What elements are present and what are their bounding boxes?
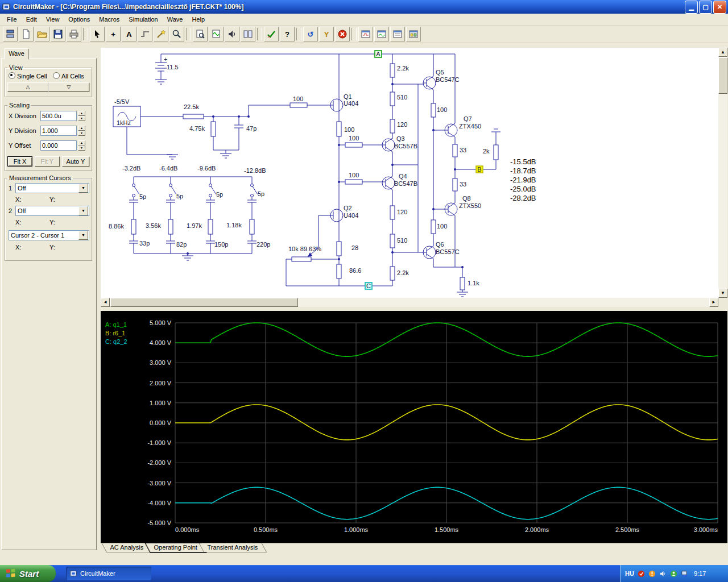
- analysis-tabs: AC AnalysisOperating PointTransient Anal…: [101, 543, 727, 552]
- menu-file[interactable]: File: [2, 15, 22, 24]
- probe-y-button[interactable]: Y: [319, 27, 334, 41]
- text-tool-button[interactable]: A: [122, 27, 136, 41]
- net-marker-C[interactable]: C: [365, 282, 372, 289]
- net-marker-A[interactable]: A: [375, 51, 382, 57]
- update-icon[interactable]: [648, 570, 656, 577]
- chevron-down-icon[interactable]: ▼: [78, 206, 88, 215]
- scroll-down-icon[interactable]: ▼: [718, 289, 727, 298]
- cursor-diff-select[interactable]: Cursor 2 - Cursor 1▼: [9, 230, 89, 240]
- fit-y-button[interactable]: Fit Y: [35, 156, 60, 167]
- plot-window-1-button[interactable]: [358, 27, 373, 41]
- schematic-canvas[interactable]: +11.5-5/5V1kHz22.5k4.75k47p100Q1U4041001…: [101, 48, 718, 298]
- chevron-down-icon[interactable]: ▼: [78, 184, 88, 193]
- radio-single-cell[interactable]: Single Cell: [9, 72, 47, 80]
- analysis-tab-ac-analysis[interactable]: AC Analysis: [102, 543, 152, 552]
- y-offset-input[interactable]: [40, 140, 77, 151]
- menu-help[interactable]: Help: [187, 15, 209, 24]
- wire-tool-button[interactable]: [138, 27, 152, 41]
- x-division-input[interactable]: [40, 111, 77, 121]
- schematic-vscrollbar[interactable]: ▲ ▼: [718, 48, 727, 298]
- x-tick-label: 1.500ms: [435, 526, 459, 533]
- x-division-spinner[interactable]: ▲▼: [78, 111, 85, 121]
- radio-all-cells[interactable]: All Cells: [53, 72, 84, 80]
- split-view-button[interactable]: [241, 27, 255, 41]
- y-offset-spinner[interactable]: ▲▼: [78, 140, 85, 151]
- start-label: Start: [19, 569, 39, 579]
- menu-simulation[interactable]: Simulation: [124, 15, 162, 24]
- hscroll-thumb[interactable]: [110, 298, 298, 307]
- radio-all-cells-dot[interactable]: [53, 72, 60, 79]
- speaker-button[interactable]: [225, 27, 239, 41]
- spin-down-icon[interactable]: ▼: [78, 116, 85, 121]
- spin-up-icon[interactable]: ▲: [78, 140, 85, 146]
- help-button[interactable]: ?: [280, 27, 295, 41]
- close-button[interactable]: ✕: [713, 1, 726, 14]
- measurement-cursors-group: Measurement Cursors 1 Off▼ X: Y: 2 Off▼ …: [5, 174, 92, 261]
- fit-x-button[interactable]: Fit X: [7, 156, 32, 167]
- vscroll-thumb[interactable]: [718, 57, 727, 94]
- circuitmaker-app-icon: [2, 2, 11, 11]
- plot-window-2-button[interactable]: [374, 27, 389, 41]
- scroll-up-icon[interactable]: ▲: [718, 48, 727, 57]
- radio-single-cell-dot[interactable]: [9, 72, 15, 79]
- page-wave-button[interactable]: [209, 27, 224, 41]
- schematic-hscrollbar[interactable]: ◄ ►: [101, 298, 718, 307]
- component-label: -21.9dB: [510, 176, 536, 184]
- y-offset-label: Y Offset: [9, 142, 31, 149]
- volume-icon[interactable]: [659, 570, 667, 577]
- clock[interactable]: 9:17: [694, 570, 706, 577]
- cell-down-button[interactable]: ▽: [48, 82, 89, 92]
- cell-up-button[interactable]: △: [7, 82, 48, 92]
- parts-bin-button[interactable]: [3, 27, 18, 41]
- network-icon[interactable]: [681, 570, 688, 577]
- scroll-right-icon[interactable]: ►: [709, 298, 718, 307]
- toolbar-separator: [83, 28, 88, 40]
- rules-check-button[interactable]: [264, 27, 279, 41]
- chevron-down-icon[interactable]: ▼: [78, 231, 88, 240]
- auto-y-button[interactable]: Auto Y: [62, 156, 89, 167]
- y-tick-label: 4.000 V: [150, 339, 172, 346]
- x-division-label: X Division: [9, 113, 36, 119]
- menu-edit[interactable]: Edit: [22, 15, 42, 24]
- spin-up-icon[interactable]: ▲: [78, 111, 85, 116]
- analysis-tab-operating-point[interactable]: Operating Point: [145, 543, 206, 552]
- language-indicator[interactable]: HU: [625, 570, 634, 577]
- y-division-spinner[interactable]: ▲▼: [78, 126, 85, 136]
- tab-wave[interactable]: Wave: [4, 48, 29, 60]
- cursor1-select[interactable]: Off▼: [15, 183, 89, 193]
- spin-down-icon[interactable]: ▼: [78, 146, 85, 151]
- menu-view[interactable]: View: [42, 15, 64, 24]
- net-marker-B[interactable]: B: [476, 166, 483, 173]
- cursor2-select[interactable]: Off▼: [15, 206, 89, 216]
- scroll-left-icon[interactable]: ◄: [101, 298, 110, 307]
- start-button[interactable]: Start: [0, 565, 56, 582]
- toolbar-separator: [351, 28, 357, 40]
- menu-wave[interactable]: Wave: [163, 15, 188, 24]
- open-file-button[interactable]: [35, 27, 49, 41]
- taskbar-task-circuitmaker[interactable]: CircuitMaker: [66, 567, 151, 580]
- measurement-cursors-title: Measurement Cursors: [7, 174, 73, 181]
- antivirus-icon[interactable]: [638, 570, 645, 577]
- new-file-button[interactable]: [19, 27, 34, 41]
- plot-window-3-button[interactable]: [390, 27, 405, 41]
- analysis-tab-transient-analysis[interactable]: Transient Analysis: [199, 543, 267, 552]
- menu-options[interactable]: Options: [64, 15, 94, 24]
- waveform-plot[interactable]: 0.000ms0.500ms1.000ms1.500ms2.000ms2.500…: [101, 311, 727, 543]
- minimize-button[interactable]: ▁: [685, 1, 698, 14]
- y-division-input[interactable]: [40, 126, 77, 136]
- save-file-button[interactable]: [51, 27, 65, 41]
- spin-down-icon[interactable]: ▼: [78, 131, 85, 136]
- plot-window-4-button[interactable]: [406, 27, 421, 41]
- add-part-button[interactable]: +: [106, 27, 121, 41]
- stop-simulation-button[interactable]: [335, 27, 350, 41]
- search-doc-button[interactable]: [193, 27, 208, 41]
- probe-wand-button[interactable]: [154, 27, 168, 41]
- menu-macros[interactable]: Macros: [94, 15, 124, 24]
- maximize-button[interactable]: ▢: [699, 1, 712, 14]
- messenger-icon[interactable]: [670, 570, 677, 577]
- refresh-button[interactable]: ↺: [303, 27, 318, 41]
- print-button[interactable]: [67, 27, 81, 41]
- spin-up-icon[interactable]: ▲: [78, 126, 85, 131]
- cursor-tool-button[interactable]: [90, 27, 105, 41]
- zoom-tool-button[interactable]: [169, 27, 184, 41]
